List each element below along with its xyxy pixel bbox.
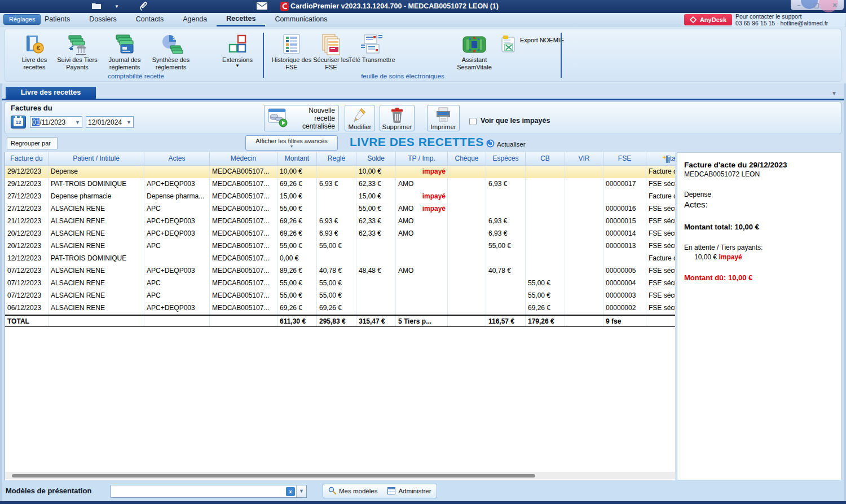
paperclip-icon[interactable]: [139, 2, 148, 14]
date-to-field[interactable]: 12/01/2024 ▼: [86, 116, 134, 128]
table-row[interactable]: 27/12/2023ALSACIEN RENEAPCMEDCAB005107..…: [5, 203, 675, 215]
cell-etat: FSE sécu: [646, 277, 675, 290]
ribbon-button-livre-des-recettes[interactable]: € Livre des recettes: [11, 33, 58, 71]
column-header-patient[interactable]: Patient / Intitulé: [49, 152, 144, 165]
table-row[interactable]: 06/12/2023ALSACIEN RENEAPC+DEQP003MEDCAB…: [5, 302, 675, 315]
anydesk-button[interactable]: AnyDesk: [684, 14, 732, 25]
column-header-tp[interactable]: TP / Imp.: [396, 152, 448, 165]
cell-especes: [486, 277, 526, 290]
window-right-border: [844, 83, 846, 501]
table-total-row[interactable]: TOTAL611,30 €295,83 €315,47 €5 Tiers p..…: [5, 315, 675, 327]
minimize-button[interactable]: –: [797, 2, 800, 8]
ribbon-button-assistant-sesamvitale[interactable]: Assistant SesamVitale: [448, 33, 500, 71]
window-controls: – ▢ ✕: [791, 0, 844, 10]
combo-dropdown-button[interactable]: ▼: [296, 485, 306, 497]
cell-cheque: [448, 240, 486, 253]
cell-cb: [526, 228, 565, 240]
advanced-filters-button[interactable]: Afficher les filtres avancés ▼: [245, 135, 338, 151]
cell-regle: 6,93 €: [317, 228, 356, 240]
column-header-cheque[interactable]: Chèque: [448, 152, 486, 165]
ribbon-button-teletransmettre[interactable]: Télé Transmettre: [348, 33, 395, 64]
horizontal-scrollbar[interactable]: [5, 472, 675, 479]
close-button[interactable]: ✕: [832, 2, 837, 9]
table-row[interactable]: 21/12/2023ALSACIEN RENEAPC+DEQP003MEDCAB…: [5, 215, 675, 228]
chevron-down-icon[interactable]: ▼: [75, 120, 80, 125]
table-row[interactable]: 27/12/2023Depense pharmacieDepense pharm…: [5, 191, 675, 203]
unpaid-only-checkbox[interactable]: [469, 118, 477, 125]
calendar-button[interactable]: 12: [11, 116, 26, 129]
folder-dropdown-caret[interactable]: ▼: [114, 4, 119, 9]
mail-icon[interactable]: [257, 2, 267, 12]
new-receipt-label: Nouvelle recettecentralisée: [292, 107, 335, 130]
column-header-especes[interactable]: Espèces: [486, 152, 526, 165]
tab-recettes[interactable]: Recettes: [217, 13, 265, 26]
tab-dossiers[interactable]: Dossiers: [80, 13, 126, 26]
administer-button[interactable]: Administrer: [382, 484, 436, 498]
group-by-button[interactable]: Regrouper par▼: [7, 137, 58, 149]
column-chooser-icon[interactable]: [662, 154, 672, 166]
column-header-fse[interactable]: FSE: [603, 152, 646, 165]
table-row[interactable]: 29/12/2023PAT-TROIS DOMINIQUEAPC+DEQP003…: [5, 178, 675, 191]
table-row[interactable]: 12/12/2023PAT-TROIS DOMINIQUEMEDCAB00510…: [5, 253, 675, 265]
column-header-montant[interactable]: Montant: [277, 152, 317, 165]
cell-medecin: MEDCAB005107...: [210, 290, 277, 302]
scrollbar-thumb[interactable]: [12, 474, 535, 478]
table-row[interactable]: 20/12/2023ALSACIEN RENEAPC+DEQP003MEDCAB…: [5, 228, 675, 240]
print-button[interactable]: Imprimer: [427, 105, 460, 131]
my-models-button[interactable]: Mes modèles: [323, 484, 382, 498]
tab-communications[interactable]: Communications: [265, 13, 337, 26]
support-area: AnyDesk Pour contacter le support 03 65 …: [684, 13, 845, 26]
ribbon-button-journal-reglements[interactable]: Journal des réglements: [101, 33, 148, 71]
column-header-medecin[interactable]: Médecin: [210, 152, 277, 165]
cell-medecin: [210, 316, 277, 326]
new-receipt-button[interactable]: Nouvelle recettecentralisée: [264, 105, 339, 131]
tab-agenda[interactable]: Agenda: [173, 13, 217, 26]
cell-especes: 6,93 €: [486, 215, 526, 228]
cell-fse: 00000013: [603, 240, 646, 253]
cell-fse: 00000002: [603, 302, 646, 315]
cell-vir: [565, 178, 603, 191]
cell-cheque: [448, 290, 486, 302]
tab-list-dropdown-icon[interactable]: ▼: [831, 90, 837, 96]
maximize-button[interactable]: ▢: [813, 2, 819, 9]
page-tab-strip: Livre des recettes ▼: [0, 83, 846, 100]
cell-patient: PAT-TROIS DOMINIQUE: [49, 253, 144, 265]
refresh-button[interactable]: Actualiser: [486, 139, 526, 149]
chevron-down-icon[interactable]: ▼: [126, 120, 131, 125]
column-header-actes[interactable]: Actes: [144, 152, 210, 165]
models-button-group: Mes modèles Administrer: [323, 484, 437, 498]
date-from-field[interactable]: 01/11/2023 ▼: [30, 116, 82, 128]
table-row[interactable]: 07/12/2023ALSACIEN RENEAPCMEDCAB005107..…: [5, 277, 675, 290]
edit-button[interactable]: Modifier: [345, 105, 375, 131]
column-header-cb[interactable]: CB: [526, 152, 565, 165]
table-row[interactable]: 07/12/2023ALSACIEN RENEAPC+DEQP003MEDCAB…: [5, 265, 675, 277]
column-header-date[interactable]: Facture du: [5, 152, 49, 165]
cell-montant: 611,30 €: [277, 316, 317, 326]
presentation-model-combo[interactable]: x ▼: [111, 485, 307, 498]
cell-especes: [486, 290, 526, 302]
column-header-regle[interactable]: Reglé: [317, 152, 356, 165]
detail-subtitle: MEDCAB0051072 LEON: [684, 170, 834, 178]
table-row[interactable]: 29/12/2023DepenseMEDCAB005107...10,00 €1…: [5, 166, 675, 178]
page-tab-livre-des-recettes[interactable]: Livre des recettes: [6, 87, 96, 99]
new-receipt-icon: [268, 108, 288, 129]
cell-cb: 69,26 €: [526, 302, 565, 315]
open-folder-icon[interactable]: [91, 2, 103, 12]
table-row[interactable]: 07/12/2023ALSACIEN RENEAPCMEDCAB005107..…: [5, 290, 675, 302]
ribbon-button-export-noemie[interactable]: Export NOEMIE: [500, 35, 564, 54]
tab-patients[interactable]: Patients: [35, 13, 80, 26]
clear-combo-button[interactable]: x: [286, 487, 295, 496]
ribbon-button-suivi-tiers-payants[interactable]: Suivi des Tiers Payants: [54, 33, 101, 71]
delete-button[interactable]: Supprimer: [380, 105, 415, 131]
cell-vir: [565, 191, 603, 203]
ribbon-button-extensions[interactable]: Extensions ▼: [214, 33, 261, 68]
table-row[interactable]: 20/12/2023ALSACIEN RENEAPCMEDCAB005107..…: [5, 240, 675, 253]
ribbon-button-synthese-reglements[interactable]: S Synthèse des réglements: [147, 33, 195, 71]
cell-medecin: MEDCAB005107...: [210, 203, 277, 215]
column-header-solde[interactable]: Solde: [356, 152, 396, 165]
tab-contacts[interactable]: Contacts: [126, 13, 173, 26]
column-header-vir[interactable]: VIR: [565, 152, 603, 165]
presentation-model-input[interactable]: [111, 485, 286, 497]
tab-strip-line: [0, 99, 846, 100]
cell-regle: 295,83 €: [317, 316, 356, 326]
